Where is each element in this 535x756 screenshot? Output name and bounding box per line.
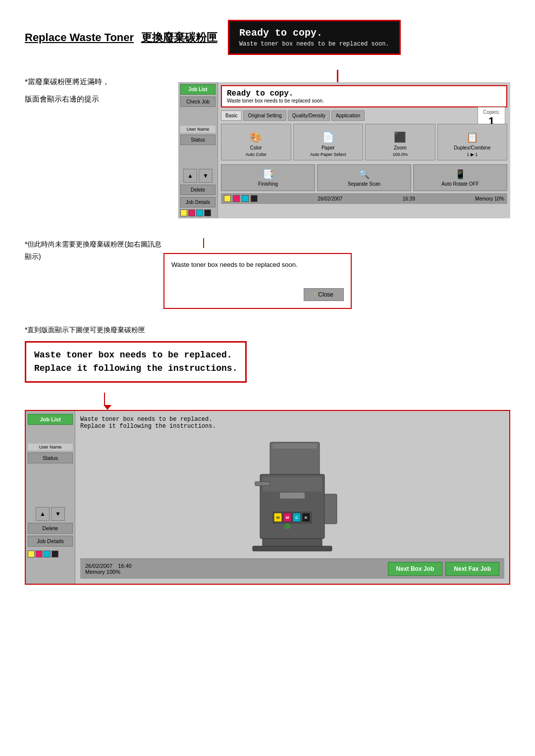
bottom-arrow-up-btn[interactable]: ▲ [36,507,50,521]
copier-sidebar: Job List Check Job User Name Status ▲ ▼ … [178,82,218,218]
bottom-toner-y [28,551,35,557]
note1: *當廢棄碳粉匣將近滿時， [25,75,163,88]
bottom-status-msg: Waste toner box needs to be replaced. Re… [80,416,504,430]
printer-svg: M M C K [243,440,342,554]
top-arrow-line [337,70,338,82]
tab-basic[interactable]: Basic [221,110,242,121]
bottom-memory-label: Memory [85,569,105,575]
footer-toners [224,195,258,202]
copier-ready-sub: Waste toner box needs to be replaced soo… [227,98,501,103]
paper-label: Paper [321,145,335,151]
tab-quality-density[interactable]: Quality/Density [288,110,330,121]
copier-top-ui: Job List Check Job User Name Status ▲ ▼ … [178,82,510,218]
duplex-btn[interactable]: 📋 Duplex/Combine 1 ▶ 1 [437,124,508,160]
separate-scan-icon: 🔍 [324,169,404,180]
svg-rect-18 [280,493,305,499]
duplex-icon: 📋 [441,131,504,143]
separate-scan-btn[interactable]: 🔍 Separate Scan [317,164,411,191]
printer-illustration: M M C K [80,435,504,558]
bottom-sidebar: Job List User Name Status ▲ ▼ Delete Job… [26,411,75,584]
note4: *直到版面顯示下圖便可更換廢棄碳粉匣 [25,324,510,336]
ready-banner-line1: Ready to copy. [239,27,389,39]
bottom-date: 26/02/2007 [85,563,112,569]
bottom-job-list-btn[interactable]: Job List [28,414,73,425]
replace-text-line1: Waste toner box needs to be replaced. [34,349,237,362]
zoom-icon: ⬛ [369,131,432,143]
copier-ready-title: Ready to copy. [227,89,501,98]
bottom-copier-section: Job List User Name Status ▲ ▼ Delete Job… [25,410,510,585]
func-grid: 🎨 Color Auto Color 📄 Paper Auto Paper Se… [221,124,507,160]
svg-text:C: C [295,515,298,520]
tab-original-setting[interactable]: Original Setting [243,110,286,121]
close-button[interactable]: ! Close [304,288,344,301]
status-btn[interactable]: Status [180,135,215,145]
svg-text:M: M [276,515,280,520]
color-btn[interactable]: 🎨 Color Auto Color [221,124,291,160]
paper-icon: 📄 [297,131,360,143]
delete-btn[interactable]: Delete [180,185,215,195]
bottom-status-btn[interactable]: Status [28,453,73,463]
duplex-val: 1 ▶ 1 [441,152,504,157]
check-job-btn[interactable]: Check Job [180,97,215,107]
page-title-row: Replace Waste Toner 更換廢棄碳粉匣 Ready to cop… [25,20,510,55]
bottom-status-line1: Waste toner box needs to be replaced. [80,416,504,423]
tab-row: Basic Original Setting Quality/Density A… [221,110,507,121]
zoom-btn[interactable]: ⬛ Zoom 100.0% [365,124,435,160]
top-section: *當廢棄碳粉匣將近滿時， 版面會顯示右邊的提示 Job List Check J… [25,70,510,218]
note3: *但此時尚未需要更換廢棄碳粉匣(如右圖訊息顯示) [25,238,163,263]
finishing-label: Finishing [258,181,278,187]
user-name-label: User Name [180,126,215,133]
bottom-toner-m [36,551,43,557]
warning-popup: Waste toner box needs to be replaced soo… [163,253,352,309]
footer-toner-c [242,195,249,202]
bottom-footer: 26/02/2007 16:40 Memory 100% Next Box Jo… [80,558,504,579]
bottom-sidebar-spacer [28,427,73,442]
bottom-sidebar-spacer2 [28,465,73,505]
note2: 版面會顯示右邊的提示 [25,92,163,105]
zoom-val: 100.0% [369,152,432,157]
auto-rotate-icon: 📱 [421,169,500,180]
connector-line [104,393,105,405]
description-left: *當廢棄碳粉匣將近滿時， 版面會顯示右邊的提示 [25,70,163,109]
replace-banner-container: Waste toner box needs to be replaced. Re… [25,341,510,393]
bottom-job-details-btn[interactable]: Job Details [28,536,73,547]
connector-arrow-tip [104,405,111,410]
arrow-down-btn[interactable]: ▼ [199,169,213,183]
bottom-arrow-down-btn[interactable]: ▼ [51,507,65,521]
finishing-icon: 📑 [228,169,308,180]
bottom-toner-c [44,551,51,557]
toner-m [188,209,195,216]
arrow-up-btn[interactable]: ▲ [183,169,197,183]
footer-toner-m [233,195,240,202]
svg-text:M: M [286,515,289,520]
footer-date: 26/02/2007 [318,196,342,202]
footer-toner-k [251,195,258,202]
next-box-job-btn[interactable]: Next Box Job [388,562,443,576]
auto-paper-label: Auto Paper Select [297,152,360,157]
svg-rect-16 [324,494,337,524]
paper-btn[interactable]: 📄 Paper Auto Paper Select [293,124,364,160]
finishing-btn[interactable]: 📑 Finishing [221,164,315,191]
tab-application[interactable]: Application [331,110,365,121]
ready-banner-wrapper: Ready to copy. Waste toner box needs to … [227,20,401,55]
footer-memory: Memory 10% [475,196,504,202]
title-bold-text: Replace Waste Toner [25,31,134,44]
warning-section: *但此時尚未需要更換廢棄碳粉匣(如右圖訊息顯示) Waste toner box… [25,238,510,314]
toner-k [204,209,211,216]
next-fax-job-btn[interactable]: Next Fax Job [445,562,499,576]
replace-text-line2: Replace it following the instructions. [34,362,237,375]
arrow-buttons: ▲ ▼ [180,169,215,183]
toner-indicators [180,209,215,216]
copier-top-container: Job List Check Job User Name Status ▲ ▼ … [178,70,510,218]
job-details-btn[interactable]: Job Details [180,197,215,207]
close-btn-row: ! Close [171,288,344,301]
color-icon: 🎨 [224,131,288,143]
footer-toner-y [224,195,231,202]
bottom-delete-btn[interactable]: Delete [28,523,73,534]
bottom-footer-date-time: 26/02/2007 16:40 Memory 100% [85,563,132,575]
bottom-toners [28,551,73,557]
job-list-btn[interactable]: Job List [180,84,215,95]
auto-rotate-btn[interactable]: 📱 Auto Rotate OFF [413,164,507,191]
toner-c [196,209,203,216]
copier-footer: 26/02/2007 16:39 Memory 10% [221,193,507,204]
